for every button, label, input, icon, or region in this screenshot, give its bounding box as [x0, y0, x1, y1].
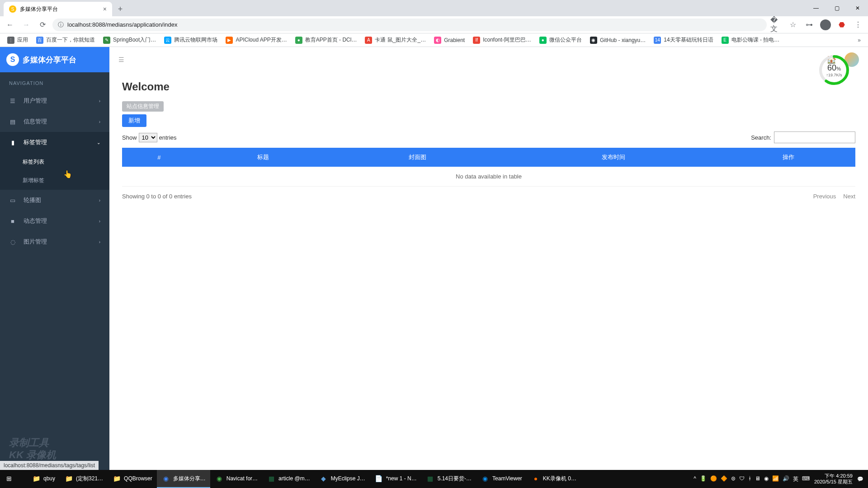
- tray-icon[interactable]: 🔊: [783, 475, 789, 483]
- tray-icons[interactable]: ^ 🔋 🟠 🔶 ⊜ 🛡 ᚼ 🖥 ◉ 📶 🔊 英 ⌨: [693, 475, 810, 483]
- sidebar-subitem[interactable]: 标签列表: [0, 153, 109, 171]
- taskbar-item[interactable]: ●KK录像机 0…: [527, 470, 581, 488]
- browser-tab[interactable]: S 多媒体分享平台 ×: [4, 2, 112, 16]
- bookmark-item[interactable]: ⋮⋮⋮应用: [4, 34, 32, 46]
- taskbar-label: KK录像机 0…: [543, 475, 576, 483]
- sidebar-item[interactable]: ▮标签管理⌄: [0, 132, 109, 153]
- bookmark-favicon: ✎: [103, 37, 110, 44]
- close-tab-icon[interactable]: ×: [103, 5, 107, 13]
- site-info-icon[interactable]: ⓘ: [58, 21, 64, 29]
- address-bar[interactable]: ⓘ localhost:8088/mediasns/application/in…: [52, 19, 767, 31]
- taskbar-item[interactable]: ◉Navicat for…: [210, 470, 262, 488]
- menu-icon[interactable]: ⋮: [852, 19, 864, 31]
- taskbar-item[interactable]: ◉多媒体分享…: [157, 470, 210, 488]
- show-entries-select[interactable]: 10: [139, 133, 157, 142]
- progress-ring: 60% ↑19.7K/s: [818, 54, 850, 86]
- bookmark-item[interactable]: E电影公嗨课 - 拍电…: [718, 34, 783, 46]
- reload-button[interactable]: ⟳: [36, 19, 49, 31]
- sidebar-item[interactable]: ▤信息管理›: [0, 111, 109, 132]
- profile-icon[interactable]: [819, 19, 832, 31]
- bookmark-item[interactable]: ✎SpringBoot入门…: [99, 34, 160, 46]
- sidebar-item[interactable]: ■动态管理›: [0, 211, 109, 231]
- extension-icon[interactable]: ⬣: [835, 19, 848, 31]
- sidebar-brand[interactable]: S 多媒体分享平台: [0, 47, 109, 72]
- column-header[interactable]: 发布时间: [505, 148, 722, 167]
- column-header[interactable]: 封面图: [330, 148, 505, 167]
- taskbar-item[interactable]: ◉TeamViewer: [476, 470, 527, 488]
- show-label: Show: [122, 134, 137, 141]
- nav-icon: ▮: [9, 139, 16, 146]
- tray-icon[interactable]: 🔋: [700, 475, 707, 483]
- bookmark-favicon: ◐: [434, 37, 441, 44]
- bookmark-label: GitHub - xiangyu…: [600, 37, 646, 43]
- tray-icon[interactable]: 🟠: [710, 475, 717, 483]
- bookmark-item[interactable]: ▶APICloud APP开发…: [222, 34, 290, 46]
- taskbar-item[interactable]: 📄*new 1 - N…: [370, 470, 421, 488]
- tray-icon[interactable]: ᚼ: [748, 475, 751, 483]
- bookmark-item[interactable]: A卡通 鼠_图片大全_…: [361, 34, 429, 46]
- nav-icon: ▭: [9, 197, 16, 204]
- taskbar-item[interactable]: ▦article @m…: [262, 470, 315, 488]
- nav-label: 动态管理: [24, 217, 47, 225]
- taskbar-label: MyEclipse J…: [331, 475, 365, 482]
- minimize-button[interactable]: —: [806, 0, 826, 16]
- bookmark-item[interactable]: ●微信公众平台: [536, 34, 585, 46]
- bookmark-favicon: If: [473, 37, 480, 44]
- empty-row: No data available in table: [122, 167, 855, 187]
- new-tab-button[interactable]: +: [114, 3, 127, 15]
- tray-icon[interactable]: 🔶: [721, 475, 727, 483]
- bookmark-item[interactable]: IfIconfont-阿里巴巴…: [469, 34, 535, 46]
- bookmark-label: 卡通 鼠_图片大全_…: [375, 36, 426, 44]
- taskbar-item[interactable]: ◆MyEclipse J…: [315, 470, 370, 488]
- add-button[interactable]: 新增: [122, 114, 146, 127]
- column-header[interactable]: 操作: [722, 148, 855, 167]
- chevron-right-icon: ›: [99, 239, 100, 244]
- tray-icon[interactable]: ⊜: [731, 475, 736, 483]
- notifications-icon[interactable]: 💬: [857, 476, 863, 482]
- next-page[interactable]: Next: [843, 193, 855, 200]
- back-button[interactable]: ←: [4, 19, 16, 31]
- sidebar-item[interactable]: ▭轮播图›: [0, 190, 109, 211]
- taskbar-item[interactable]: 📁QQBrowser: [108, 470, 157, 488]
- column-header[interactable]: 标题: [196, 148, 330, 167]
- bookmark-item[interactable]: 1414天零基础玩转日语: [650, 34, 717, 46]
- tray-icon[interactable]: 🛡: [739, 475, 745, 483]
- bookmark-favicon: 14: [654, 37, 661, 44]
- prev-page[interactable]: Previous: [813, 193, 836, 200]
- hamburger-icon[interactable]: ☰: [118, 56, 127, 63]
- nav-label: 轮播图: [24, 196, 41, 204]
- taskbar-item[interactable]: 📁qbuy: [27, 470, 60, 488]
- sidebar-subitem[interactable]: 新增标签: [0, 171, 109, 190]
- brand-logo-icon: S: [6, 53, 19, 66]
- taskbar-clock[interactable]: 下午 4:20:59 2020/5/15 星期五: [814, 473, 853, 485]
- bookmark-item[interactable]: ◐Grabient: [430, 35, 468, 46]
- bookmark-item[interactable]: ●教育APP首页 - DCl…: [292, 34, 361, 46]
- bookmark-overflow[interactable]: »: [854, 35, 864, 45]
- translate-icon[interactable]: �文: [770, 19, 783, 31]
- taskbar-item[interactable]: ▦5.14日要货-…: [421, 470, 476, 488]
- tray-icon[interactable]: ◉: [764, 475, 769, 483]
- tray-icon[interactable]: 🖥: [755, 475, 760, 483]
- taskbar-app-icon: 📄: [374, 474, 383, 483]
- close-window-button[interactable]: ✕: [847, 0, 868, 16]
- column-header[interactable]: #: [122, 148, 196, 167]
- main-content: ☰ 🏠 60% ↑19.7K/s Welcome 站点信息管理: [109, 47, 868, 470]
- maximize-button[interactable]: ▢: [826, 0, 847, 16]
- tray-up-icon[interactable]: ^: [693, 475, 696, 483]
- password-key-icon[interactable]: ⊶: [803, 19, 816, 31]
- taskbar-item[interactable]: ⊞: [0, 470, 27, 488]
- bookmark-item[interactable]: 云腾讯云物联网市场: [160, 34, 221, 46]
- bookmark-star-icon[interactable]: ☆: [787, 19, 799, 31]
- search-input[interactable]: [774, 131, 855, 143]
- bookmark-item[interactable]: 百百度一下，你就知道: [33, 34, 99, 46]
- taskbar-app-icon: ◆: [319, 474, 328, 483]
- bookmark-label: 14天零基础玩转日语: [664, 36, 713, 44]
- bookmark-item[interactable]: ◉GitHub - xiangyu…: [586, 35, 649, 46]
- sidebar-item[interactable]: ◌图片管理›: [0, 231, 109, 252]
- taskbar-item[interactable]: 📁(定制321…: [60, 470, 108, 488]
- forward-button[interactable]: →: [20, 19, 33, 31]
- tray-icon[interactable]: 📶: [772, 475, 779, 483]
- tray-ime[interactable]: 英: [793, 475, 798, 483]
- tray-ime[interactable]: ⌨: [802, 475, 810, 483]
- sidebar-item[interactable]: ☰用户管理›: [0, 90, 109, 111]
